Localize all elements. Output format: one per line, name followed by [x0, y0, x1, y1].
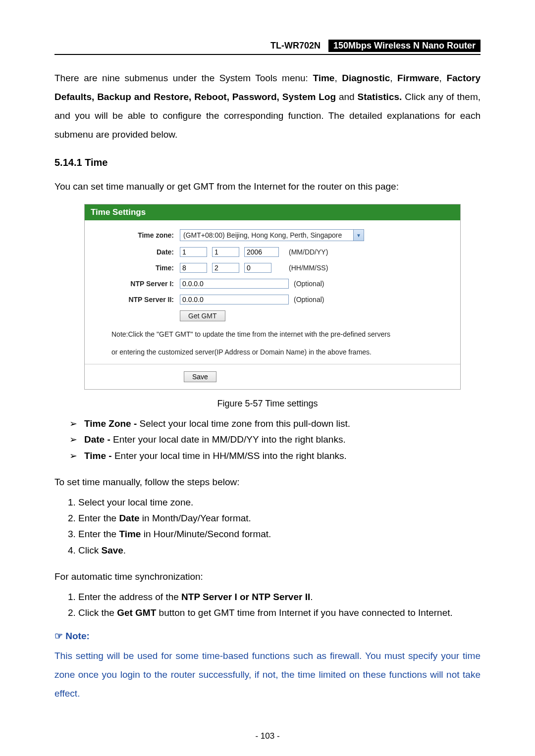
list-item: Date - Enter your local date in MM/DD/YY…: [69, 432, 481, 448]
note-heading: ☞ Note:: [54, 630, 481, 642]
timezone-value: (GMT+08:00) Beijing, Hong Kong, Perth, S…: [180, 231, 345, 239]
chevron-down-icon: ▼: [353, 230, 364, 241]
panel-title: Time Settings: [85, 204, 460, 220]
time-minute-input[interactable]: [212, 263, 239, 273]
save-button[interactable]: Save: [184, 371, 216, 382]
time-hour-input[interactable]: [180, 263, 207, 273]
list-item: Enter the address of the NTP Server I or…: [78, 589, 481, 605]
date-month-input[interactable]: [180, 247, 207, 257]
field-description-list: Time Zone - Select your local time zone …: [54, 416, 481, 464]
auto-steps-list: Enter the address of the NTP Server I or…: [54, 589, 481, 621]
list-item: Enter the Date in Month/Day/Year format.: [78, 510, 481, 526]
list-item: Click the Get GMT button to get GMT time…: [78, 605, 481, 621]
note-body: This setting will be used for some time-…: [54, 647, 481, 703]
page-number: - 103 -: [0, 731, 535, 741]
time-settings-panel: Time Settings Time zone: (GMT+08:00) Bei…: [84, 204, 461, 390]
list-item: Select your local time zone.: [78, 495, 481, 510]
section-heading-time: 5.14.1 Time: [54, 157, 481, 168]
label-ntp2: NTP Server II:: [95, 296, 180, 303]
panel-note-line2: or entering the customized server(IP Add…: [111, 345, 450, 359]
model-description: 150Mbps Wireless N Nano Router: [328, 40, 481, 52]
ntp-server-2-input[interactable]: [180, 295, 289, 304]
date-year-input[interactable]: [244, 247, 279, 257]
label-date: Date:: [95, 248, 180, 256]
ntp-server-1-input[interactable]: [180, 279, 289, 289]
get-gmt-button[interactable]: Get GMT: [180, 310, 225, 321]
time-second-input[interactable]: [244, 263, 271, 273]
panel-note-line1: Note:Click the "GET GMT" to update the t…: [111, 327, 450, 341]
section-lead: You can set time manually or get GMT fro…: [54, 177, 481, 196]
label-time: Time:: [95, 264, 180, 272]
list-item: Time Zone - Select your local time zone …: [69, 416, 481, 432]
ntp1-optional: (Optional): [294, 280, 324, 288]
list-item: Enter the Time in Hour/Minute/Second for…: [78, 526, 481, 542]
figure-caption: Figure 5-57 Time settings: [54, 399, 481, 409]
doc-header: TL-WR702N150Mbps Wireless N Nano Router: [54, 40, 481, 55]
label-timezone: Time zone:: [95, 231, 180, 239]
list-item: Time - Enter your local time in HH/MM/SS…: [69, 448, 481, 464]
date-format-hint: (MM/DD/YY): [289, 248, 328, 256]
manual-steps-intro: To set time manually, follow the steps b…: [54, 473, 481, 492]
model-number: TL-WR702N: [266, 40, 325, 52]
auto-steps-intro: For automatic time synchronization:: [54, 567, 481, 586]
list-item: Click Save.: [78, 543, 481, 558]
ntp2-optional: (Optional): [294, 296, 324, 303]
time-format-hint: (HH/MM/SS): [289, 264, 328, 272]
intro-paragraph: There are nine submenus under the System…: [54, 69, 481, 144]
date-day-input[interactable]: [212, 247, 239, 257]
label-ntp1: NTP Server I:: [95, 280, 180, 288]
manual-steps-list: Select your local time zone. Enter the D…: [54, 495, 481, 558]
timezone-select[interactable]: (GMT+08:00) Beijing, Hong Kong, Perth, S…: [180, 229, 364, 241]
